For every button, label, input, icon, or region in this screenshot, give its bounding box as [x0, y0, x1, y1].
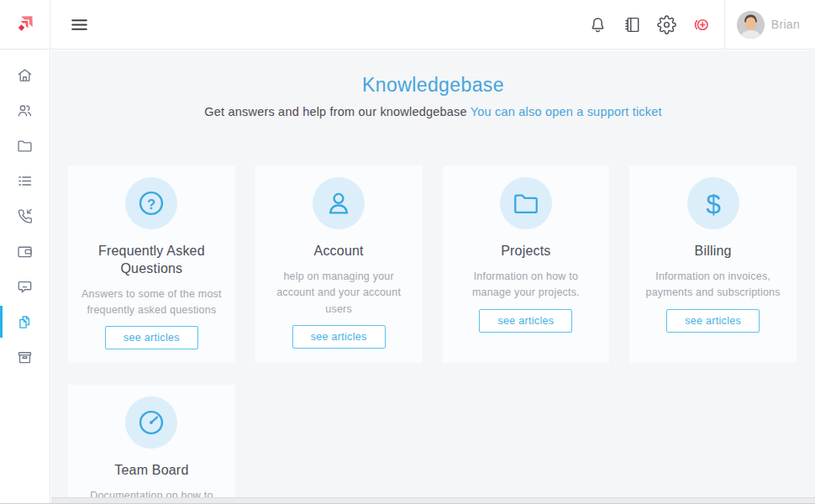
kb-card: Frequently Asked Questions Answers to so… — [68, 165, 235, 363]
app-window: Brian Knowledgebase Get answers and help… — [0, 0, 815, 504]
dollar-icon — [698, 188, 728, 218]
card-icon-badge — [125, 396, 177, 449]
brand-logo-icon — [11, 10, 39, 39]
menu-toggle-button[interactable] — [66, 11, 93, 39]
folder-icon — [511, 188, 541, 218]
card-description: Information on invoices, payments and su… — [639, 269, 786, 302]
top-header: Brian — [0, 0, 815, 50]
question-icon — [136, 188, 166, 218]
sidebar-item-archive[interactable] — [0, 339, 50, 375]
sidebar-item-knowledgebase[interactable] — [0, 304, 50, 339]
subtitle-text: Get answers and help from our knowledgeb… — [204, 105, 466, 118]
card-description: Documentation on how to use your dashboa… — [78, 488, 225, 497]
sidebar-item-contacts[interactable] — [0, 92, 50, 128]
gear-icon — [657, 15, 676, 34]
card-icon-badge — [313, 177, 365, 229]
sidebar-item-tasks[interactable] — [0, 163, 50, 198]
kb-card: Account help on managing your account an… — [255, 165, 423, 363]
documents-icon — [16, 313, 34, 331]
quick-add-button[interactable] — [690, 13, 712, 36]
card-description: Answers to some of the most frequently a… — [78, 286, 225, 319]
sidebar — [0, 50, 50, 504]
brand-logo[interactable] — [0, 0, 50, 49]
journal-icon — [623, 15, 642, 34]
card-title: Team Board — [78, 462, 225, 480]
kb-card: Team Board Documentation on how to use y… — [68, 385, 235, 497]
bell-icon — [588, 15, 607, 34]
sidebar-item-messages[interactable] — [0, 269, 50, 304]
folder-icon — [16, 137, 34, 155]
header-actions — [586, 13, 712, 36]
sidebar-item-calls[interactable] — [0, 198, 50, 234]
wallet-icon — [16, 243, 34, 260]
hamburger-icon — [69, 14, 90, 35]
sidebar-item-payments[interactable] — [0, 234, 50, 269]
card-description: Information on how to manage your projec… — [453, 269, 600, 302]
gear-button[interactable] — [655, 13, 678, 36]
sidebar-item-home[interactable] — [0, 57, 50, 92]
card-grid: Frequently Asked Questions Answers to so… — [68, 165, 797, 497]
see-articles-button[interactable]: see articles — [666, 309, 760, 333]
list-icon — [16, 172, 34, 190]
main-content: Knowledgebase Get answers and help from … — [51, 50, 815, 497]
page-title: Knowledgebase — [51, 74, 815, 97]
horizontal-scrollbar[interactable] — [51, 497, 815, 503]
card-title: Frequently Asked Questions — [78, 243, 225, 278]
user-menu[interactable]: Brian — [725, 11, 815, 39]
card-title: Projects — [453, 243, 600, 260]
phone-incoming-icon — [16, 207, 34, 225]
archive-icon — [16, 349, 34, 366]
page-subtitle: Get answers and help from our knowledgeb… — [51, 105, 815, 118]
card-title: Billing — [639, 243, 786, 260]
see-articles-button[interactable]: see articles — [479, 309, 572, 333]
kb-card: Billing Information on invoices, payment… — [629, 165, 797, 363]
card-title: Account — [266, 243, 413, 260]
card-description: help on managing your account and your a… — [266, 269, 413, 318]
bell-button[interactable] — [586, 13, 609, 36]
person-icon — [323, 188, 354, 218]
users-icon — [16, 102, 34, 119]
kb-card: Projects Information on how to manage yo… — [443, 165, 610, 363]
journal-button[interactable] — [621, 13, 644, 36]
support-ticket-link[interactable]: You can also open a support ticket — [471, 105, 662, 118]
chat-icon — [16, 278, 34, 296]
see-articles-button[interactable]: see articles — [292, 325, 386, 349]
see-articles-button[interactable]: see articles — [105, 326, 198, 349]
card-icon-badge — [125, 177, 177, 229]
sidebar-item-projects[interactable] — [0, 128, 50, 163]
card-icon-badge — [687, 177, 739, 229]
quick-add-icon — [691, 15, 711, 34]
card-icon-badge — [500, 177, 552, 229]
speedometer-icon — [136, 407, 166, 438]
home-icon — [16, 66, 34, 84]
avatar — [737, 11, 765, 39]
user-name: Brian — [771, 18, 800, 31]
